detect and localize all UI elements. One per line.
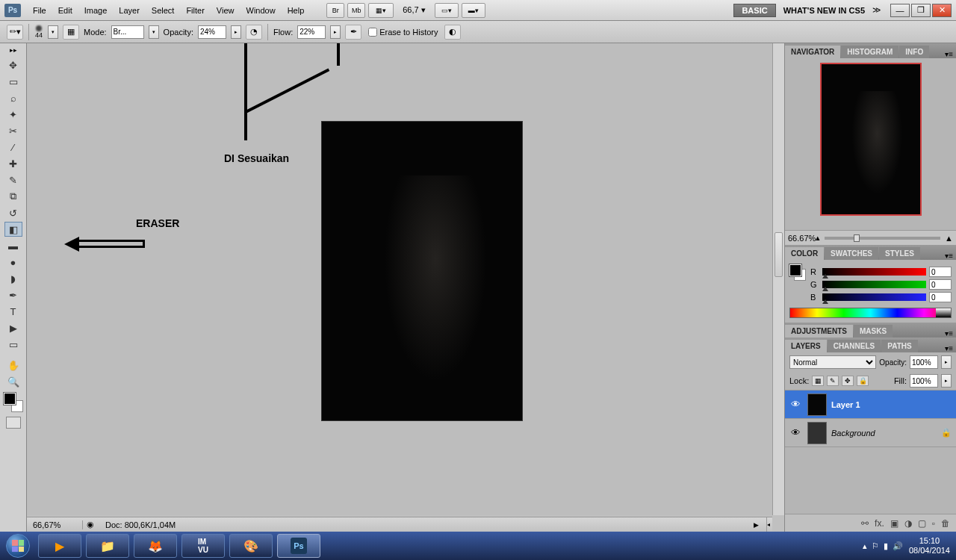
lock-image-icon[interactable]: ✎ <box>827 376 839 386</box>
b-input[interactable] <box>929 292 952 302</box>
tab-navigator[interactable]: NAVIGATOR <box>785 46 840 58</box>
layer-mask-icon[interactable]: ▣ <box>890 518 898 529</box>
hand-tool[interactable]: ✋ <box>4 358 22 373</box>
layer-opacity-dropdown[interactable]: ▸ <box>941 355 952 369</box>
layer-row[interactable]: 👁 Layer 1 <box>785 391 956 419</box>
task-explorer[interactable]: 📁 <box>86 534 129 558</box>
menu-window[interactable]: Window <box>240 3 282 18</box>
dodge-tool[interactable]: ◗ <box>4 271 22 286</box>
tab-channels[interactable]: CHANNELS <box>828 340 881 352</box>
tab-info[interactable]: INFO <box>899 46 929 58</box>
tab-adjustments[interactable]: ADJUSTMENTS <box>785 325 853 337</box>
tool-preset-picker[interactable]: ✏▾ <box>7 25 23 40</box>
path-select-tool[interactable]: ▶ <box>4 320 22 335</box>
zoom-tool[interactable]: 🔍 <box>4 374 22 389</box>
history-brush-tool[interactable]: ↺ <box>4 205 22 220</box>
menu-file[interactable]: File <box>27 3 52 18</box>
lock-position-icon[interactable]: ✥ <box>842 376 854 386</box>
tab-masks[interactable]: MASKS <box>854 325 893 337</box>
vertical-scrollbar[interactable] <box>772 43 784 515</box>
color-chip[interactable] <box>789 264 806 281</box>
airbrush-icon[interactable]: ✒ <box>345 25 361 40</box>
erase-to-history-checkbox[interactable]: Erase to History <box>368 28 438 37</box>
gradient-tool[interactable]: ▬ <box>4 238 22 253</box>
flow-input[interactable] <box>297 25 326 39</box>
nav-zoom-in-icon[interactable]: ▲ <box>945 234 953 243</box>
tab-layers[interactable]: LAYERS <box>785 340 827 352</box>
lock-transparency-icon[interactable]: ▦ <box>812 376 824 386</box>
canvas-background[interactable]: DI Sesuaikan ERASER <box>27 43 772 515</box>
eraser-tool[interactable]: ◧ <box>4 222 22 237</box>
panel-menu-icon[interactable]: ▾≡ <box>942 50 956 58</box>
task-imvu[interactable]: IMVU <box>181 534 225 558</box>
panel-menu-icon[interactable]: ▾≡ <box>942 329 956 337</box>
quick-mask-button[interactable] <box>6 417 21 429</box>
start-button[interactable] <box>0 532 36 560</box>
layer-fill-dropdown[interactable]: ▸ <box>941 374 952 388</box>
color-picker[interactable] <box>4 393 23 412</box>
menu-edit[interactable]: Edit <box>52 3 78 18</box>
layer-thumb[interactable] <box>807 393 827 416</box>
arrange-docs-button[interactable]: ▭▾ <box>435 3 459 18</box>
nav-zoom-out-icon[interactable]: ▴ <box>816 233 820 243</box>
tray-battery-icon[interactable]: ▮ <box>884 541 888 551</box>
window-minimize-button[interactable]: — <box>890 4 910 17</box>
delete-layer-icon[interactable]: 🗑 <box>941 518 950 529</box>
move-tool[interactable]: ✥ <box>4 57 22 72</box>
launch-minibridge-button[interactable]: Mb <box>347 3 365 18</box>
brush-tool[interactable]: ✎ <box>4 172 22 187</box>
panel-menu-icon[interactable]: ▾≡ <box>942 344 956 352</box>
opacity-dropdown[interactable]: ▸ <box>231 25 241 39</box>
window-restore-button[interactable]: ❐ <box>911 4 931 17</box>
new-layer-icon[interactable]: ▫ <box>932 518 935 529</box>
visibility-icon[interactable]: 👁 <box>788 427 803 438</box>
screen-mode-button[interactable]: ▬▾ <box>462 3 485 18</box>
adjustment-layer-icon[interactable]: ◑ <box>904 518 912 529</box>
tab-histogram[interactable]: HISTOGRAM <box>841 46 898 58</box>
navigator-thumb[interactable] <box>820 63 922 216</box>
view-extras-button[interactable]: ▦▾ <box>368 3 394 18</box>
r-input[interactable] <box>929 267 952 277</box>
flow-dropdown[interactable]: ▸ <box>330 25 341 39</box>
mode-dropdown[interactable]: ▾ <box>149 25 159 39</box>
blur-tool[interactable]: ● <box>4 255 22 270</box>
workspace-button[interactable]: BASIC <box>733 4 775 17</box>
workspace-chevron-icon[interactable]: ≫ <box>872 5 881 15</box>
layer-thumb[interactable] <box>807 422 827 444</box>
g-slider[interactable] <box>822 281 926 288</box>
type-tool[interactable]: T <box>4 304 22 319</box>
g-input[interactable] <box>929 279 952 290</box>
layer-group-icon[interactable]: ▢ <box>918 518 926 529</box>
quick-select-tool[interactable]: ✦ <box>4 107 22 122</box>
r-slider[interactable] <box>822 268 926 276</box>
task-mediaplayer[interactable]: ▶ <box>38 534 81 558</box>
b-slider[interactable] <box>822 293 926 301</box>
panel-menu-icon[interactable]: ▾≡ <box>942 252 956 260</box>
layer-fill-input[interactable] <box>910 374 938 388</box>
opacity-input[interactable] <box>198 25 226 39</box>
layer-opacity-input[interactable] <box>910 355 938 369</box>
shape-tool[interactable]: ▭ <box>4 337 22 352</box>
marquee-tool[interactable]: ▭ <box>4 74 22 89</box>
brush-preset-picker[interactable]: 44 <box>35 25 43 39</box>
brush-dropdown[interactable]: ▾ <box>48 25 58 39</box>
document-image[interactable] <box>322 122 522 420</box>
tray-chevron-icon[interactable]: ▴ <box>863 541 867 551</box>
eyedropper-tool[interactable]: ⁄ <box>4 140 22 155</box>
tab-color[interactable]: COLOR <box>785 247 824 260</box>
tab-swatches[interactable]: SWATCHES <box>825 247 878 260</box>
tray-flag-icon[interactable]: ⚐ <box>872 541 879 551</box>
zoom-level-display[interactable]: 66,7 ▾ <box>403 5 425 15</box>
blend-mode-select[interactable]: Normal <box>789 355 876 369</box>
mode-select[interactable] <box>111 25 144 39</box>
whats-new-link[interactable]: WHAT'S NEW IN CS5 <box>783 6 865 15</box>
healing-tool[interactable]: ✚ <box>4 156 22 171</box>
pressure-opacity-icon[interactable]: ◔ <box>246 25 262 40</box>
visibility-icon[interactable]: 👁 <box>788 399 803 410</box>
stamp-tool[interactable]: ⧉ <box>4 189 22 204</box>
menu-image[interactable]: Image <box>78 3 114 18</box>
link-layers-icon[interactable]: ⚯ <box>861 518 869 529</box>
tray-volume-icon[interactable]: 🔊 <box>893 541 903 551</box>
status-doc-size[interactable]: Doc: 800,6K/1,04M <box>98 520 183 529</box>
menu-filter[interactable]: Filter <box>180 3 210 18</box>
